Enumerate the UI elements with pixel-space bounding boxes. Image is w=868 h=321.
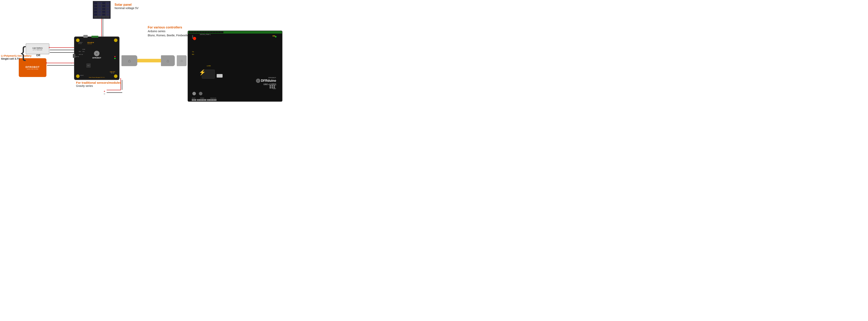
pcb-solar-range: 4.5V~6V (87, 43, 94, 44)
pcb-done-label: DONE (82, 49, 85, 50)
usb-connector-right2: ⌂ (177, 55, 187, 66)
usb-symbol-right: ⌂ (166, 58, 169, 63)
arduino-on-label: ON (273, 35, 275, 37)
usb-connector-left: ⌂ (121, 55, 137, 66)
arduino-version: UNO v3.0[R3] (256, 83, 276, 86)
arduino-tx-rx: TX RX (192, 51, 194, 56)
bat-wire-4 (47, 63, 75, 63)
solar-panel-title: Solar panel (115, 3, 138, 6)
pcb-corner-tr (114, 38, 118, 42)
usb-out-wire-neg-v (122, 80, 122, 90)
pcb-4r7: 4R7 (86, 63, 91, 68)
pcb-board: SOLAR IN 4.5V~6V USB IN 5V 1A D DFROBOT … (74, 36, 120, 80)
usb-symbol-left: ⌂ (128, 58, 130, 63)
pcb-usb-in-spec: 5V 1A (79, 43, 82, 44)
arduino-icsp-pins (270, 85, 275, 89)
solar-panel-spec: Nominal voltage 5V (115, 6, 138, 10)
lipoly-subtitle: Single-cell 3.7V (1, 57, 32, 60)
plus-bat2: + (46, 61, 48, 64)
battery-spec: 3.7V 900mAh (33, 49, 42, 51)
arduino-tx-label: TX (192, 51, 194, 53)
sensors-title: For traditional sensors/modules (76, 81, 121, 84)
minus-usb-out: − (104, 92, 105, 95)
lipoly-title: Li-Polymer/Li-ion Battery (1, 54, 32, 57)
dfrobot-battery-logo: DFROBOT (26, 66, 39, 68)
pcb-usb-mini (83, 35, 88, 38)
usb-symbol-right2: ⌂ (181, 59, 183, 63)
dfrobot-battery: DFROBOT DRIVE THE FUTURE (19, 58, 46, 77)
arduino-top-strip (188, 31, 282, 34)
arduino-bottom-strip (191, 99, 282, 101)
pcb-leds (114, 56, 116, 59)
arduino-crystal (217, 74, 223, 77)
or-text: OR (36, 54, 40, 57)
pcb-corner-br (114, 74, 118, 78)
pcb-solar-connector (91, 36, 98, 38)
bat-wire-5 (47, 65, 75, 66)
arduino-power-strip (197, 99, 206, 101)
usb-connector-right: ⌂ (161, 55, 175, 66)
pcb-offon-label: OFF ON (79, 54, 83, 55)
controllers-title: For various controllers (148, 26, 202, 29)
pcb-boot-label: BOOT (81, 75, 84, 76)
bat-wire-3 (50, 52, 74, 53)
arduino-board: DIGITAL (PWM~) AREF ON TX RX a 050 ⚡ ICS… (188, 31, 282, 102)
diagram-container: Solar panel Nominal voltage 5V For vario… (0, 0, 289, 107)
arduino-bottom-labels: RESET POWER ANALOG IN (191, 98, 219, 99)
arduino-power-led (193, 37, 196, 40)
plus-bat1: + (49, 46, 50, 49)
arduino-reset-button[interactable] (192, 92, 196, 95)
solar-wire-black (103, 19, 103, 36)
pcb-usb-out-spec: 5V 1A (110, 72, 115, 74)
arduino-power-button (199, 92, 203, 95)
pcb-switch[interactable] (73, 54, 75, 58)
arduino-digital-label: DIGITAL (PWM~) (200, 34, 211, 35)
bat-wire-1 (50, 47, 74, 48)
battery-box: Lipo battery 3.7V 900mAh (26, 43, 50, 54)
dfrobot-battery-slogan: DRIVE THE FUTURE (27, 68, 38, 70)
pcb-bat-in: BAT IN (75, 56, 79, 57)
pcb-corner-bl (76, 74, 80, 78)
pcb-chg-label: CHG (82, 51, 85, 52)
pcb-led-red (114, 56, 116, 57)
pcb-37v-label: 3.7 (71, 62, 72, 64)
solar-panel (93, 1, 111, 19)
pcb-corner-tl (76, 38, 80, 42)
pcb-logo-circle: D (94, 51, 99, 56)
pcb-full-label: Solar Power Manager 5V V1.1 (89, 77, 105, 78)
pcb-led-green (114, 58, 116, 59)
arduino-logo-circle: D (256, 78, 260, 83)
arduino-model-label: DFROBOT D DFRduino UNO v3.0[R3] (256, 77, 276, 86)
sensors-label: For traditional sensors/modules Gravity … (76, 81, 121, 88)
usb-out-wire-h-black (107, 92, 122, 93)
arduino-brand: DFROBOT (256, 77, 276, 78)
battery-label: Lipo battery (32, 47, 43, 49)
arduino-model: DFRduino (261, 79, 276, 83)
arduino-logo-row: D DFRduino (256, 78, 276, 83)
arduino-on-dot (275, 36, 277, 37)
arduino-analog-strip (207, 99, 216, 101)
lipoly-label: Li-Polymer/Li-ion Battery Single-cell 3.… (1, 54, 32, 60)
solar-panel-label: Solar panel Nominal voltage 5V (115, 3, 138, 10)
arduino-reset-strip (192, 99, 196, 101)
pcb-brand: DFROBOT (92, 57, 101, 59)
battery-brace: { (21, 44, 26, 60)
sensors-subtitle: Gravity series (76, 84, 121, 88)
arduino-bolt-icon: ⚡ (199, 69, 206, 75)
usb-out-wire-h-red (107, 90, 121, 90)
solar-wire-red (101, 19, 102, 38)
arduino-rx-label: RX (192, 53, 194, 56)
usb-cable-body (137, 59, 161, 62)
pcb-solar-in-label: SOLAR IN (87, 42, 94, 43)
bat-wire-2 (50, 50, 74, 50)
pcb-rev-label: REV (79, 51, 81, 52)
arduino-050: a 050 (207, 65, 211, 67)
